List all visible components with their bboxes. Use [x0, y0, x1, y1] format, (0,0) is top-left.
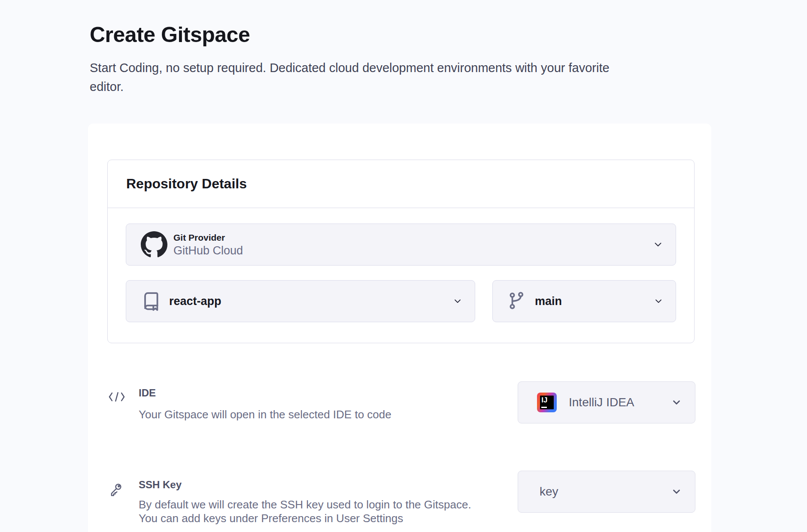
ssh-key-selected-value: key — [540, 485, 558, 499]
code-icon — [108, 391, 125, 402]
branch-value: main — [535, 295, 562, 308]
intellij-idea-logo-icon: IJ — [537, 393, 557, 412]
git-branch-icon — [507, 290, 527, 312]
branch-select[interactable]: main — [492, 280, 676, 322]
page-subtitle-line2: editor. — [90, 77, 610, 96]
repository-details-card: Repository Details Git Provider GitHub C… — [107, 160, 695, 343]
chevron-down-icon — [452, 296, 463, 306]
chevron-down-icon — [652, 239, 664, 250]
ide-selected-value: IntelliJ IDEA — [569, 396, 634, 409]
chevron-down-icon — [671, 397, 682, 408]
github-logo-icon — [141, 231, 167, 258]
page-subtitle: Start Coding, no setup required. Dedicat… — [90, 58, 610, 96]
create-gitspace-page: Create Gitspace Start Coding, no setup r… — [0, 0, 807, 532]
ide-select[interactable]: IJ IntelliJ IDEA — [518, 381, 695, 423]
git-provider-label: Git Provider — [173, 231, 243, 244]
ssh-key-select[interactable]: key — [518, 471, 695, 513]
ssh-key-section-description: By default we will create the SSH key us… — [139, 498, 491, 525]
ssh-description-line1: By default we will create the SSH key us… — [139, 498, 491, 511]
chevron-down-icon — [653, 296, 664, 306]
ide-section-heading: IDE — [139, 387, 156, 399]
page-title: Create Gitspace — [90, 22, 250, 47]
repository-details-heading: Repository Details — [108, 160, 694, 208]
page-subtitle-line1: Start Coding, no setup required. Dedicat… — [90, 58, 610, 77]
key-icon — [108, 481, 124, 501]
repository-select[interactable]: react-app — [126, 280, 475, 322]
repository-details-body: Git Provider GitHub Cloud — [108, 208, 694, 322]
git-provider-select[interactable]: Git Provider GitHub Cloud — [126, 224, 676, 266]
gitspace-form-card: Repository Details Git Provider GitHub C… — [88, 124, 711, 532]
ssh-key-section-heading: SSH Key — [139, 479, 182, 491]
git-provider-value: GitHub Cloud — [173, 244, 243, 258]
repository-value: react-app — [169, 295, 221, 308]
intellij-logo-text: IJ — [541, 396, 547, 405]
ssh-description-line2: You can add keys under Preferences in Us… — [139, 511, 491, 525]
ide-section-description: Your Gitspace will open in the selected … — [139, 408, 391, 421]
repo-book-icon — [141, 290, 161, 312]
chevron-down-icon — [671, 486, 682, 497]
